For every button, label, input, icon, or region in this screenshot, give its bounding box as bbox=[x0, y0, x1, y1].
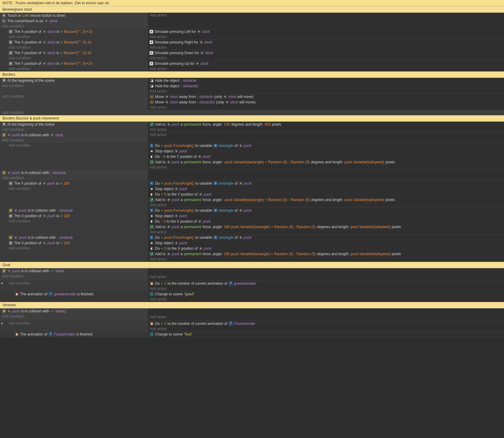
action-add-force-180[interactable]: ↗ Add to ● puck a permanent force, angle… bbox=[148, 224, 504, 230]
add-condition[interactable]: Add condition bbox=[0, 127, 147, 132]
add-condition[interactable]: Add condition bbox=[0, 110, 504, 115]
add-condition[interactable]: Add condition bbox=[0, 274, 147, 279]
condition-x-lt[interactable]: ⊞ The X position of ● stoot is < MouseX(… bbox=[0, 40, 147, 45]
add-action[interactable]: Add action bbox=[148, 127, 504, 132]
action-ypos-minus5[interactable]: ◧ Do - 5 to the Y position of ● puck bbox=[148, 154, 504, 159]
condition-xpos-gt100[interactable]: ⊞ The X position of ● puck is > 100 bbox=[0, 213, 147, 219]
condition-xpos-lt100[interactable]: ⊞ The X position of ● puck is < 100 bbox=[0, 240, 147, 246]
event-row[interactable]: ⚡ ● puck is in collision with — Vakje2 A… bbox=[0, 308, 504, 321]
action-stop[interactable]: ■ Stop object ● puck bbox=[148, 213, 504, 219]
add-condition[interactable]: Add condition bbox=[0, 321, 147, 326]
add-action[interactable]: Add action bbox=[148, 165, 504, 170]
add-condition[interactable]: Add condition bbox=[0, 138, 147, 143]
condition-cursor-on[interactable]: ↖ The cursor/touch is on ● stoot bbox=[0, 18, 147, 24]
event-row[interactable]: ⊞ The X position of ● stoot is < MouseX(… bbox=[0, 40, 504, 50]
action-xpos-plus3[interactable]: ◧ Do + 3 to the X position of ● puck bbox=[148, 246, 504, 251]
add-action[interactable]: Add action bbox=[148, 34, 504, 39]
action-change-scene-fout[interactable]: → Change to scene "fout" bbox=[148, 332, 504, 337]
event-row[interactable]: ⊞ The X position of ● stoot is > MouseX(… bbox=[0, 29, 504, 40]
add-action[interactable]: Add action bbox=[148, 105, 504, 110]
add-action[interactable]: Add action bbox=[148, 45, 504, 50]
add-condition[interactable]: Add condition bbox=[0, 45, 147, 50]
condition-x-gt[interactable]: ⊞ The X position of ● stoot is > MouseX(… bbox=[0, 29, 147, 34]
action-xpos-minus3[interactable]: ◧ Do - 3 to the X position of ● puck bbox=[148, 219, 504, 224]
event-row[interactable]: ◉ The animation of ? goedanimatie is fin… bbox=[0, 291, 504, 302]
action-ypos-plus5[interactable]: ◧ Do + 5 to the Y position of ● puck bbox=[148, 192, 504, 197]
add-action[interactable]: Add action bbox=[148, 297, 504, 302]
action-do-var[interactable]: ≡ Do = puck.ForceAngle() to variable ⟳ l… bbox=[148, 143, 504, 148]
action-add-force-neg[interactable]: ↗ Add to ● puck a permanent force, angle… bbox=[148, 159, 504, 165]
event-row[interactable]: ⊞ The Y position of ● puck is < 100 Add … bbox=[0, 181, 504, 208]
collapse-chevron-icon[interactable]: ▼ bbox=[1, 322, 3, 325]
condition-collision-obstacle[interactable]: ⚡ ● puck is in collision with | obstacle bbox=[0, 208, 147, 213]
add-action[interactable]: Add action bbox=[148, 13, 504, 18]
action-do-anim-plus1[interactable]: ◉ Do + 1 to the number of current animat… bbox=[148, 321, 504, 326]
event-row[interactable]: ⊞ The Y position of ● stoot is > MouseY(… bbox=[0, 61, 504, 71]
group-borders[interactable]: Borders bbox=[0, 71, 504, 78]
add-action[interactable]: Add action bbox=[148, 286, 504, 291]
action-add-force-180[interactable]: ↗ Add to ● puck a permanent force, angle… bbox=[148, 251, 504, 257]
add-condition[interactable]: Add condition bbox=[0, 56, 147, 61]
condition-collision-vakje2[interactable]: ⚡ ● puck is in collision with — Vakje2 bbox=[0, 308, 147, 314]
add-action[interactable]: Add action bbox=[148, 230, 504, 235]
condition-collision-obstacle[interactable]: ⚡ ● puck is in collision with | obstacle bbox=[0, 235, 147, 240]
add-action[interactable]: Add action bbox=[148, 203, 504, 207]
condition-begin-scene[interactable]: ⚑ At the beginning of the scene bbox=[0, 78, 147, 83]
event-row[interactable]: ▼ Add condition ◉ Do + 1 to the number o… bbox=[0, 321, 504, 332]
add-condition[interactable]: Add condition bbox=[0, 143, 147, 148]
condition-anim-finished[interactable]: ◉ The animation of ? Foutanimatie is fin… bbox=[0, 332, 147, 337]
add-action[interactable]: Add action bbox=[148, 89, 504, 94]
action-do-var[interactable]: ≡ Do = puck.ForceAngle() to variable ⟳ l… bbox=[148, 208, 504, 213]
add-action[interactable]: Add action bbox=[148, 257, 504, 262]
group-bounce[interactable]: Borders Bounce & puck movement bbox=[0, 115, 504, 122]
add-condition[interactable]: Add condition bbox=[0, 219, 147, 224]
condition-collision-obstacle[interactable]: ⚡ ● puck is in collision with | obstacle bbox=[0, 170, 147, 176]
condition-y-lt[interactable]: ⊞ The Y position of ● stoot is < MouseY(… bbox=[0, 50, 147, 56]
event-row[interactable]: ⚡ ● puck is in collision with ● stoot Ad… bbox=[0, 132, 504, 143]
condition-anim-finished[interactable]: ◉ The animation of ? goedanimatie is fin… bbox=[0, 291, 147, 297]
event-row[interactable]: ⚡ ● puck is in collision with — Vakje Ad… bbox=[0, 268, 504, 281]
condition-y-gt[interactable]: ⊞ The Y position of ● stoot is > MouseY(… bbox=[0, 61, 147, 66]
event-row[interactable]: ⊞ The Y position of ● stoot is < MouseY(… bbox=[0, 50, 504, 61]
condition-collision-vakje[interactable]: ⚡ ● puck is in collision with — Vakje bbox=[0, 268, 147, 274]
add-condition[interactable]: Add condition bbox=[0, 83, 147, 88]
add-condition[interactable]: Add condition bbox=[0, 24, 147, 29]
action-move-away2[interactable]: ↔ Move ● stoot away from | obstacle2 (on… bbox=[148, 99, 504, 105]
event-row[interactable]: ▼ Add condition ◉ Do + 1 to the number o… bbox=[0, 281, 504, 291]
add-action[interactable]: Add action bbox=[148, 274, 504, 279]
add-action[interactable]: Add action bbox=[148, 66, 504, 71]
action-do-var[interactable]: ≡ Do = puck.ForceAngle() to variable ⟳ l… bbox=[148, 235, 504, 240]
action-do-anim-plus1[interactable]: ◉ Do + 1 to the number of current animat… bbox=[148, 281, 504, 286]
event-row[interactable]: 🖱 Touch or Left mouse button is down ↖ T… bbox=[0, 13, 504, 29]
event-row[interactable]: ⚑ At the beginning of the scene Add cond… bbox=[0, 78, 504, 94]
action-hide-obstacle2[interactable]: ◪ Hide the object | obstacle2 bbox=[148, 83, 504, 89]
action-stop[interactable]: ■ Stop object ● puck bbox=[148, 148, 504, 154]
group-verloren[interactable]: Verloren bbox=[0, 302, 504, 308]
action-stop[interactable]: ■ Stop object ● puck bbox=[148, 186, 504, 192]
add-condition[interactable]: Add condition bbox=[0, 176, 147, 180]
collapse-chevron-icon[interactable]: ▼ bbox=[1, 282, 3, 285]
add-condition[interactable]: Add condition bbox=[0, 314, 147, 319]
condition-begin-scene[interactable]: ⚑ At the beginning of the scene bbox=[0, 122, 147, 127]
event-row[interactable]: ⚡ ● puck is in collision with | obstacle… bbox=[0, 208, 504, 235]
group-beweegbare-stoot[interactable]: Beweegbare stoot bbox=[0, 6, 504, 13]
add-action[interactable]: Add action bbox=[148, 326, 504, 331]
action-sim-down[interactable]: A Simulate pressing Down for ● stoot bbox=[148, 50, 504, 56]
event-row[interactable]: ⚡ ● puck is in collision with | obstacle… bbox=[0, 235, 504, 262]
action-move-away[interactable]: ↔ Move ● stoot away from | obstacle (onl… bbox=[148, 94, 504, 99]
action-hide-obstacle[interactable]: ◪ Hide the object | obstacle bbox=[148, 78, 504, 83]
add-condition[interactable]: Add condition bbox=[0, 246, 147, 251]
add-condition[interactable]: Add condition bbox=[0, 66, 147, 71]
event-row[interactable]: Add condition ≡ Do = puck.ForceAngle() t… bbox=[0, 143, 504, 170]
action-sim-left[interactable]: A Simulate pressing Left for ● stoot bbox=[148, 29, 504, 34]
action-sim-right[interactable]: A Simulate pressing Right for ● stoot bbox=[148, 40, 504, 45]
event-row[interactable]: ⚑ At the beginning of the scene Add cond… bbox=[0, 122, 504, 132]
action-add-force-neg[interactable]: ↗ Add to ● puck a permanent force, angle… bbox=[148, 197, 504, 203]
add-condition[interactable]: Add condition bbox=[0, 186, 147, 191]
event-row[interactable]: ◉ The animation of ? Foutanimatie is fin… bbox=[0, 332, 504, 337]
add-condition[interactable]: Add condition bbox=[0, 281, 147, 286]
action-do-var[interactable]: ≡ Do = puck.ForceAngle() to variable ⟳ l… bbox=[148, 181, 504, 186]
action-change-scene-goed[interactable]: → Change to scene "goed" bbox=[148, 291, 504, 297]
action-stop[interactable]: ■ Stop object ● puck bbox=[148, 240, 504, 246]
event-row[interactable]: ⚡ ● puck is in collision with | obstacle… bbox=[0, 170, 504, 181]
